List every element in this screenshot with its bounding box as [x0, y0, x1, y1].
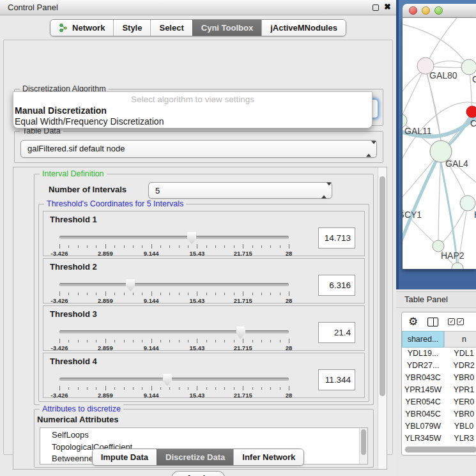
slider-tick	[160, 387, 161, 390]
slider-tick	[289, 339, 289, 343]
slider-thumb[interactable]	[126, 279, 135, 291]
close-icon[interactable]: ✖	[384, 2, 391, 12]
slider-tick-label: 21.715	[234, 297, 252, 304]
select-columns-icon[interactable]: ✓ ✓	[448, 318, 464, 325]
slider-track[interactable]	[59, 378, 289, 381]
control-panel: Control Panel ✖ Network Style	[0, 0, 396, 476]
table-rows: YDL19...YDL1YDR27...YDR2YBR043CYBR0YPR14…	[402, 348, 476, 449]
threshold-value-field[interactable]: 14.713	[318, 227, 355, 249]
network-canvas[interactable]: GAL80GCGAL11GAL4GCY1HHAP2	[403, 18, 476, 269]
slider-tick	[270, 245, 271, 248]
tab-impute-data[interactable]: Impute Data	[93, 449, 157, 465]
slider-tick	[96, 340, 96, 342]
vertical-scrollbar[interactable]	[378, 167, 387, 469]
dropdown-option-equal-width[interactable]: Equal Width/Frequency Discretization	[13, 116, 372, 127]
slider-track[interactable]	[59, 330, 289, 334]
threshold-slider[interactable]: -3.4262.8599.14415.4321.71528	[59, 236, 289, 255]
slider-tick	[151, 386, 152, 390]
zoom-traffic-light-icon[interactable]	[434, 6, 443, 15]
gear-icon[interactable]: ⚙	[408, 316, 418, 327]
threshold-label: Threshold 1	[50, 215, 97, 224]
slider-tick	[133, 293, 134, 295]
column-header-name[interactable]: n	[444, 331, 476, 348]
threshold-slider[interactable]: -3.4262.8599.14415.4321.71528	[59, 330, 289, 349]
slider-thumb[interactable]	[162, 374, 172, 386]
network-node[interactable]	[452, 263, 463, 269]
slider-tick	[270, 340, 271, 342]
attribute-list-item[interactable]: SelfLoops	[52, 429, 367, 441]
split-columns-icon[interactable]	[427, 318, 438, 326]
tab-label: Cyni Toolbox	[201, 23, 253, 33]
slider-thumb[interactable]	[187, 232, 197, 244]
slider-tick	[142, 387, 142, 390]
tab-network[interactable]: Network	[50, 20, 113, 36]
scrollbar-thumb[interactable]	[380, 176, 385, 396]
slider-tick-label: 28	[286, 297, 293, 304]
table-data-select[interactable]: galFiltered.sif default node	[20, 140, 377, 158]
column-header-shared-name[interactable]: shared...	[402, 331, 444, 348]
slider-tick-label: 15.43	[190, 297, 205, 304]
threshold-panel: Threshold 1 -3.4262.8599.14415.4321.7152…	[43, 211, 365, 256]
tab-infer-network[interactable]: Infer Network	[233, 449, 303, 465]
slider-tick	[188, 387, 188, 390]
threshold-slider[interactable]: -3.4262.8599.14415.4321.71528	[59, 283, 289, 302]
table-cell: YBR043C	[402, 372, 444, 384]
table-row[interactable]: YER054CYER0	[402, 396, 476, 408]
table-row[interactable]: YLR345WYLR3	[402, 433, 476, 445]
slider-tick-label: 9.144	[144, 392, 159, 399]
threshold-value-field[interactable]: 6.316	[318, 275, 355, 296]
table-row[interactable]: YBR045CYBR0	[402, 408, 476, 420]
slider-tick	[243, 339, 243, 343]
table-row[interactable]: YPR145WYPR1	[402, 384, 476, 396]
slider-ticks	[59, 243, 289, 249]
group-label: Attributes to discretize	[40, 404, 123, 413]
slider-ticks	[59, 338, 289, 344]
number-of-intervals-value: 5	[155, 183, 160, 199]
float-window-icon[interactable]	[372, 4, 379, 11]
threshold-slider[interactable]: -3.4262.8599.14415.4321.71528	[59, 378, 289, 397]
node-label: GAL11	[404, 126, 432, 136]
network-node[interactable]	[460, 196, 475, 211]
network-edge	[403, 24, 469, 67]
table-row[interactable]: YDL19...YDL1	[402, 348, 476, 360]
slider-tick	[206, 387, 207, 390]
slider-tick	[133, 245, 134, 248]
horizontal-scrollbar[interactable]	[404, 446, 476, 453]
slider-tick	[234, 387, 234, 390]
slider-ticks	[59, 385, 289, 391]
threshold-value-field[interactable]: 21.4	[318, 322, 355, 343]
slider-tick	[206, 245, 207, 248]
tab-cyni-toolbox[interactable]: Cyni Toolbox	[192, 20, 261, 36]
number-of-intervals-select[interactable]: 5	[148, 182, 332, 199]
tab-style[interactable]: Style	[113, 20, 150, 36]
threshold-value-field[interactable]: 11.344	[318, 369, 355, 390]
slider-tick	[68, 293, 69, 295]
tab-jactivemnodules[interactable]: jActiveMNodules	[261, 20, 346, 36]
tab-select[interactable]: Select	[150, 20, 192, 36]
minimize-traffic-light-icon[interactable]	[422, 6, 430, 15]
threshold-panel: Threshold 3 -3.4262.8599.14415.4321.7152…	[43, 305, 365, 351]
slider-tick	[169, 245, 170, 248]
scrollbar-thumb[interactable]	[405, 447, 476, 452]
dropdown-option-manual[interactable]: Manual Discretization	[13, 105, 372, 116]
tab-label: Infer Network	[242, 452, 295, 462]
table-cell: YBL0	[444, 420, 476, 433]
table-row[interactable]: YBR043CYBR0	[402, 372, 476, 384]
slider-tick	[151, 244, 152, 249]
network-node[interactable]	[461, 59, 476, 75]
slider-tick	[78, 340, 79, 342]
slider-thumb[interactable]	[236, 326, 245, 339]
network-window[interactable]: GAL80GCGAL11GAL4GCY1HHAP2	[396, 0, 476, 289]
close-traffic-light-icon[interactable]	[409, 6, 417, 15]
table-row[interactable]: YBL079WYBL0	[402, 420, 476, 433]
checkbox-icon: ✓	[448, 318, 455, 325]
slider-track[interactable]	[59, 236, 289, 239]
network-node[interactable]	[466, 106, 476, 118]
slider-tick	[68, 387, 69, 390]
slider-tick-label: 15.43	[190, 392, 205, 399]
slider-track[interactable]	[59, 283, 289, 286]
apply-button[interactable]: Apply	[171, 471, 225, 476]
tab-discretize-data[interactable]: Discretize Data	[157, 449, 233, 465]
table-row[interactable]: YDR27...YDR2	[402, 360, 476, 372]
slider-tick	[243, 291, 243, 296]
